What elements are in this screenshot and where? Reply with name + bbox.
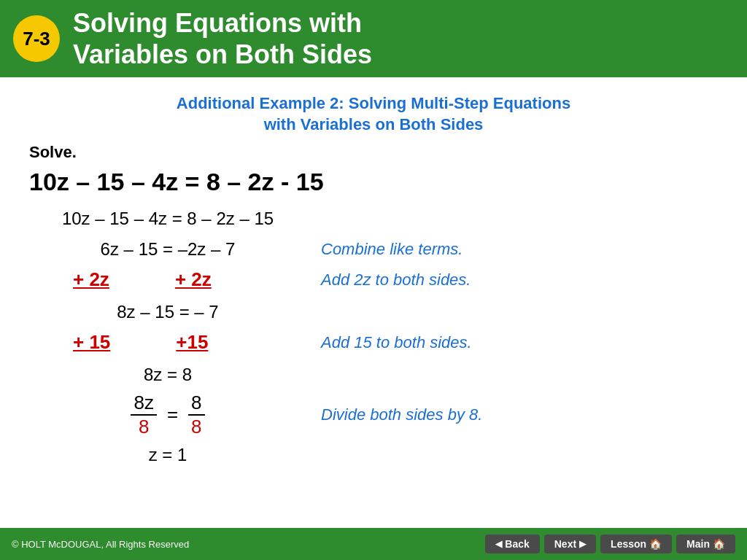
header-title: Solving Equations withVariables on Both … — [73, 7, 372, 70]
back-arrow-icon: ◀ — [495, 539, 502, 549]
step-2-row: 6z – 15 = –2z – 7 Combine like terms. — [29, 236, 718, 263]
add-2z-terms: + 2z + 2z — [29, 268, 306, 291]
main-label: Main — [686, 538, 710, 550]
frac-equals: = — [167, 403, 178, 426]
lesson-home-icon: 🏠 — [649, 538, 662, 550]
step-2-equation: 6z – 15 = –2z – 7 — [29, 239, 306, 260]
add-2z-left: + 2z — [73, 268, 109, 291]
step-1-row: 10z – 15 – 4z = 8 – 2z – 15 — [29, 205, 718, 233]
back-button[interactable]: ◀ Back — [485, 534, 539, 553]
frac-annotation: Divide both sides by 8. — [321, 405, 482, 424]
copyright: © HOLT McDOUGAL, All Rights Reserved — [12, 539, 189, 550]
frac-left: 8z 8 — [131, 392, 156, 438]
step-after-2z-row: 8z – 15 = – 7 — [29, 298, 718, 326]
add-15-terms: + 15 +15 — [29, 331, 306, 354]
step-after-2z-equation: 8z – 15 = – 7 — [29, 302, 306, 322]
frac-row: 8z 8 = 8 8 Divide both sides by 8. — [29, 392, 718, 438]
step-8z8-row: 8z = 8 — [29, 361, 718, 389]
lesson-button[interactable]: Lesson 🏠 — [600, 534, 672, 553]
next-button[interactable]: Next ▶ — [544, 534, 596, 553]
lesson-badge: 7-3 — [13, 15, 60, 62]
add-15-row: + 15 +15 Add 15 to both sides. — [29, 329, 718, 357]
next-label: Next — [554, 538, 576, 550]
back-label: Back — [505, 538, 529, 550]
frac-left-denominator: 8 — [136, 416, 152, 438]
footer: © HOLT McDOUGAL, All Rights Reserved ◀ B… — [0, 528, 747, 560]
add-2z-row: + 2z + 2z Add 2z to both sides. — [29, 266, 718, 294]
solve-label: Solve. — [29, 143, 718, 162]
header: 7-3 Solving Equations withVariables on B… — [0, 0, 747, 77]
add-2z-right: + 2z — [175, 268, 212, 291]
add-15-right: +15 — [176, 331, 208, 354]
add-15-annotation: Add 15 to both sides. — [321, 333, 472, 352]
final-row: z = 1 — [29, 441, 718, 469]
step-1-equation: 10z – 15 – 4z = 8 – 2z – 15 — [29, 209, 306, 229]
main-equation: 10z – 15 – 4z = 8 – 2z - 15 — [29, 168, 718, 196]
add-2z-annotation: Add 2z to both sides. — [321, 271, 471, 289]
step-2-annotation: Combine like terms. — [321, 240, 462, 259]
main-button[interactable]: Main 🏠 — [676, 534, 735, 553]
frac-part: 8z 8 = 8 8 — [29, 392, 306, 438]
example-title: Additional Example 2: Solving Multi-Step… — [29, 93, 718, 135]
add-15-left: + 15 — [73, 331, 110, 354]
frac-left-numerator: 8z — [131, 392, 156, 416]
main-home-icon: 🏠 — [713, 538, 725, 550]
footer-buttons: ◀ Back Next ▶ Lesson 🏠 Main 🏠 — [485, 534, 735, 553]
lesson-label: Lesson — [611, 538, 646, 550]
step-8z8: 8z = 8 — [29, 365, 306, 385]
frac-right-denominator: 8 — [188, 416, 204, 438]
next-arrow-icon: ▶ — [579, 539, 586, 549]
final-equation: z = 1 — [29, 445, 306, 465]
main-content: Additional Example 2: Solving Multi-Step… — [0, 77, 747, 479]
frac-right: 8 8 — [188, 392, 204, 438]
frac-right-numerator: 8 — [188, 392, 204, 416]
